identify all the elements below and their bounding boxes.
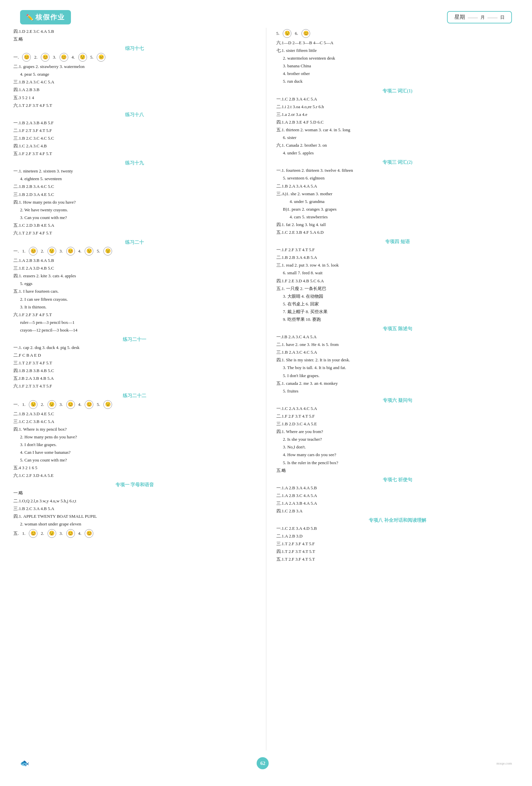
s17-num5: 5. [90, 53, 94, 61]
szt1-si: 四.1. APPLE TWENTY BOAT SMALL PUPIL [14, 513, 256, 520]
szt4-san-cont: 6. small 7. feed 8. wait [276, 269, 519, 277]
s22-face4: 😊 [84, 400, 93, 409]
section19-title: 练习十九 [14, 160, 256, 166]
s20-si-cont: 5. eggs [14, 280, 256, 287]
section22-title: 练习二十二 [14, 393, 256, 399]
s21-wu: 五.J.B 2.A 3.B 4.B 5.A [14, 375, 256, 382]
s20-wu-2: 2. I can see fifteen crayons. [14, 296, 256, 303]
section-zt2-title: 专项二 词汇(1) [276, 88, 519, 94]
right-n6: 6. [295, 30, 298, 37]
szt3-wu: 五.1.C 2.E 3.B 4.F 5.A 6.D [276, 229, 519, 236]
szt5-wu: 五.1. canada 2. me 3. an 4. monkey [276, 380, 519, 387]
s22-san: 三.1.C 2.C 3.B 4.C 5.A [14, 418, 256, 425]
szt1-wu-n3: 3. [59, 530, 63, 537]
s20-wu: 五.1. I have fourteen cars. [14, 288, 256, 295]
fish-icon: 🐟 [20, 759, 29, 768]
s22-n1: 1. [22, 401, 25, 408]
s17-liu: 六.1.T 2.F 3.T 4.F 5.T [14, 102, 256, 109]
day-field[interactable] [487, 17, 498, 18]
szt7-er: 二.1.A 2.B 3.C 4.A 5.A [276, 492, 519, 499]
section18-title: 练习十八 [14, 112, 256, 118]
szt3-san-cont: 4. under 5. grandma [276, 198, 519, 205]
watermark-text: mxqe.com [497, 761, 512, 765]
wu-line: 五.略 [14, 36, 256, 43]
section-zt6-title: 专项六 疑问句 [276, 397, 519, 403]
right-qi-4: 4. brother other [276, 70, 519, 77]
s19-si: 四.1. How many pens do you have? [14, 199, 256, 206]
s17-num4: 4. [72, 53, 75, 61]
page-footer: 🐟 62 mxqe.com [0, 754, 532, 772]
right-qi-2: 2. watermelon seventeen desk [276, 54, 519, 62]
szt6-si-4: 4. How many cars do you see? [276, 451, 519, 459]
szt5-wu-cont: 5. fruites [276, 388, 519, 395]
s20-n3: 3. [59, 248, 63, 255]
section17-title: 综习十七 [14, 46, 256, 51]
s22-er: 二.1.B 2.A 3.D 4.E 5.C [14, 410, 256, 418]
szt1-wu-n4: 4. [78, 530, 82, 537]
szt7-si: 四.1.C 2.B 3.A [276, 507, 519, 515]
szt5-er: 二.1. have 2. one 3. He 4. is 5. from [276, 341, 519, 348]
s21-liu: 六.1.F 2.T 3.T 4.T 5.F [14, 383, 256, 390]
section-zt3-title: 专项三 词汇(2) [276, 159, 519, 165]
s22-si-4: 4. Can I have some bananas? [14, 449, 256, 456]
weekday-box: 星期 月 日 [447, 11, 512, 23]
s22-face5: 😟 [103, 400, 112, 409]
szt3-si: 四.1. fat 2. long 3. big 4. tall [276, 221, 519, 228]
s22-n2: 2. [41, 401, 44, 408]
s20-n1: 1. [22, 248, 25, 255]
section-zt1-title: 专项一 字母和语音 [14, 482, 256, 488]
szt4-san: 三.1. read 2. put 3. row 4. in 5. look [276, 261, 519, 269]
month-label: 月 [481, 15, 485, 20]
szt2-san: 三.1.a 2.or 3.a 4.e [276, 111, 519, 118]
s20-liu-cont2: crayon—12 pencil—3 book—14 [14, 326, 256, 334]
szt1-face3: 😊 [66, 529, 75, 538]
s18-er: 二.1.F 2.T 3.F 4.T 5.F [14, 127, 256, 134]
szt1-face2: 😟 [48, 529, 56, 538]
s21-yi: 一.1. cap 2. dog 3. duck 4. pig 5. desk [14, 344, 256, 351]
szt3-san-b: B)1. pears 2. oranges 3. grapes [276, 206, 519, 213]
szt2-wu-cont: 6. sister [276, 134, 519, 141]
szt5-si-3: 5. I don't like grapes. [276, 372, 519, 379]
s20-face2: 😟 [48, 247, 56, 256]
szt3-san: 三.A)1. she 2. woman 3. mother [276, 190, 519, 198]
s22-n4: 4. [78, 401, 82, 408]
s19-liu: 六.1.T 2.F 3.F 4.F 5.T [14, 229, 256, 237]
month-field[interactable] [468, 17, 478, 18]
szt6-si-3: 3. No,I don't. [276, 443, 519, 451]
left-column: 四.1.D 2.E 3.C 4.A 5.B 五.略 综习十七 一. 😊 2. 😊… [14, 28, 266, 750]
s17-num2: 2. [34, 53, 38, 61]
szt6-si-2: 2. Is she your teacher? [276, 436, 519, 443]
szt1-er: 二.1.O,Q 2.l,n 3.w,y 4.u,w 5.h,j 6.r,t [14, 497, 256, 505]
s20-n2: 2. [41, 248, 44, 255]
szt8-san: 三.1.T 2.F 3.F 4.T 5.F [276, 540, 519, 548]
szt4-si: 四.1.F 2.E 3.D 4.B 5.C 6.A [276, 277, 519, 285]
szt1-san: 三.1.B 2.C 3.A 4.B 5.A [14, 505, 256, 512]
s22-yi: 一. [14, 401, 19, 408]
szt1-wu-label: 五. [14, 530, 19, 537]
s22-si-5: 5. Can you count with me? [14, 457, 256, 464]
section-zt7-title: 专项七 祈使句 [276, 477, 519, 483]
s19-si-2: 2. We have twenty crayons. [14, 206, 256, 214]
szt1-wu: 五. 1. 😊 2. 😟 3. 😊 4. 😊 [14, 529, 256, 538]
s19-yi-cont: 4. eighteen 5. seventeen [14, 175, 256, 183]
szt3-yi-cont: 5. seventeen 6. eighteen [276, 175, 519, 182]
s20-wu-3: 3. It is thirteen. [14, 303, 256, 311]
s17-wu: 五.3 5 2 1 4 [14, 94, 256, 101]
s20-row1: 一. 1. 😊 2. 😟 3. 😊 4. 😟 5. 😟 [14, 247, 256, 256]
day-label: 日 [500, 15, 505, 20]
s21-san: 三.1.T 2.F 3.T 4.F 5.T [14, 359, 256, 367]
s17-face5: 😐 [97, 53, 105, 62]
szt4-yi: 一.1.F 2.F 3.T 4.T 5.F [276, 246, 519, 254]
szt1-face4: 😊 [84, 529, 93, 538]
szt4-er: 二.1.B 2.B 3.A 4.B 5.A [276, 254, 519, 261]
szt8-yi: 一.1.C 2.E 3.A 4.D 5.B [276, 525, 519, 532]
section-zt8-title: 专项八 补全对话和阅读理解 [276, 517, 519, 524]
szt2-liu: 六.1. Canada 2. brother 3. on [276, 142, 519, 149]
s20-face1: 😊 [29, 247, 38, 256]
section-zt5-title: 专项五 陈述句 [276, 326, 519, 332]
s17-si: 四.1.A 2.B 3.B [14, 86, 256, 93]
right-top-emoji: 5. 😟 6. 😊 [276, 29, 519, 38]
section21-title: 练习二十一 [14, 337, 256, 343]
s22-wu: 五.4 3 2 1 6 5 [14, 464, 256, 471]
s19-si-3: 3. Can you count with me? [14, 214, 256, 222]
